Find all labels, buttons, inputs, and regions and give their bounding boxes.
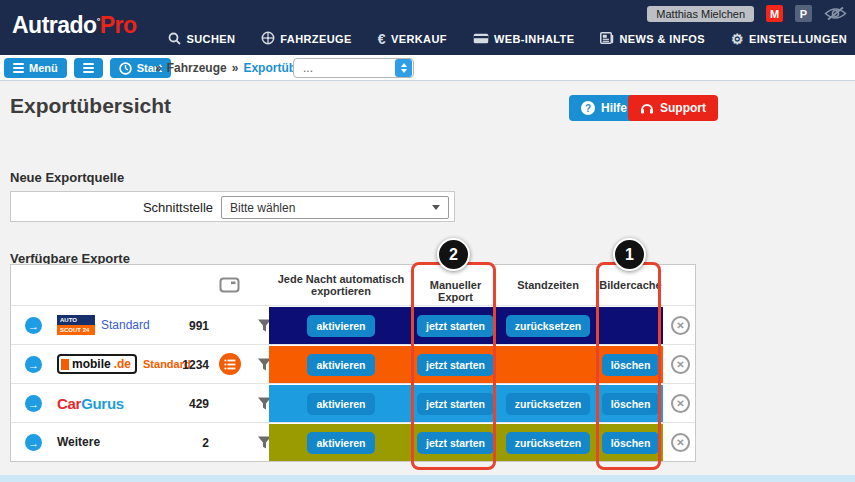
mobilede-logo-name: mobile bbox=[72, 357, 111, 371]
list-icon bbox=[83, 61, 94, 75]
main-nav: SUCHEN FAHRZEUGE € VERKAUF WEB-INHALTE N… bbox=[168, 31, 847, 47]
zuruecksetzen-button[interactable]: zurücksetzen bbox=[506, 432, 591, 454]
hamburger-icon bbox=[13, 61, 24, 75]
close-icon[interactable]: ✕ bbox=[671, 316, 690, 335]
mobilede-logo-block bbox=[61, 359, 69, 370]
stepper-icon bbox=[395, 59, 412, 77]
loeschen-button[interactable]: löschen bbox=[602, 393, 660, 415]
gear-icon: ⚙ bbox=[731, 32, 744, 46]
question-icon: ? bbox=[581, 101, 595, 115]
zuruecksetzen-button[interactable]: zurücksetzen bbox=[506, 315, 591, 337]
table-row-weitere: → Weitere 2 aktivieren jetzt starten zur… bbox=[11, 422, 695, 461]
close-icon[interactable]: ✕ bbox=[671, 394, 690, 413]
breadcrumb-sep: » bbox=[232, 61, 239, 75]
vehicle-count: 991 bbox=[159, 319, 209, 333]
vehicle-count: 429 bbox=[159, 397, 209, 411]
nav-web-inhalte[interactable]: WEB-INHALTE bbox=[473, 31, 575, 47]
open-arrow-icon[interactable]: → bbox=[25, 356, 42, 373]
schnittstelle-select[interactable]: Bitte wählen bbox=[221, 196, 449, 219]
newspaper-icon bbox=[600, 32, 614, 46]
row-color-stripe: aktivieren jetzt starten zurücksetzen lö… bbox=[269, 424, 663, 461]
quick-nav-select[interactable]: ... bbox=[293, 58, 414, 78]
badge-m[interactable]: M bbox=[766, 5, 783, 22]
toolbar-buttons: Menü Start bbox=[4, 58, 171, 78]
zuruecksetzen-button[interactable]: zurücksetzen bbox=[506, 393, 591, 415]
schnittstelle-select-value: Bitte wählen bbox=[222, 201, 432, 215]
nav-verkauf-label: VERKAUF bbox=[391, 33, 447, 45]
aktivieren-button[interactable]: aktivieren bbox=[307, 432, 374, 454]
exportuebersicht-screen: Autrado°Pro Matthias Mielchen M P SUCHEN… bbox=[0, 0, 855, 482]
exports-table: Jede Nacht automatisch exportieren Manue… bbox=[10, 264, 696, 462]
search-icon bbox=[168, 32, 181, 47]
open-arrow-icon[interactable]: → bbox=[25, 395, 42, 412]
loeschen-button[interactable]: löschen bbox=[602, 354, 660, 376]
menu-button[interactable]: Menü bbox=[4, 58, 67, 78]
quick-nav-select-value: ... bbox=[294, 61, 395, 75]
aktivieren-button[interactable]: aktivieren bbox=[307, 393, 374, 415]
row-color-stripe: aktivieren jetzt starten löschen bbox=[269, 346, 663, 383]
jetzt-starten-button[interactable]: jetzt starten bbox=[417, 393, 494, 415]
wheel-icon bbox=[261, 31, 275, 47]
euro-icon: € bbox=[378, 32, 386, 46]
topbar: Autrado°Pro Matthias Mielchen M P SUCHEN… bbox=[0, 0, 855, 55]
nav-fahrzeuge[interactable]: FAHRZEUGE bbox=[261, 31, 351, 47]
page-title: Exportübersicht bbox=[10, 94, 171, 118]
autoscout24-logo-top: AUTO bbox=[57, 315, 95, 325]
nav-suchen-label: SUCHEN bbox=[186, 33, 235, 45]
jetzt-starten-button[interactable]: jetzt starten bbox=[417, 432, 494, 454]
nav-suchen[interactable]: SUCHEN bbox=[168, 31, 235, 47]
nav-verkauf[interactable]: € VERKAUF bbox=[378, 31, 447, 47]
open-arrow-icon[interactable]: → bbox=[25, 317, 42, 334]
clock-icon bbox=[119, 62, 132, 75]
weitere-label: Weitere bbox=[57, 435, 100, 449]
col-header-standzeiten: Standzeiten bbox=[498, 279, 598, 291]
support-button[interactable]: Support bbox=[628, 95, 718, 121]
close-icon[interactable]: ✕ bbox=[671, 355, 690, 374]
table-row-cargurus: → CarGurus 429 aktivieren jetzt starten … bbox=[11, 383, 695, 422]
nav-web-inhalte-label: WEB-INHALTE bbox=[494, 33, 575, 45]
variant-label: Standard bbox=[101, 318, 150, 332]
aktivieren-button[interactable]: aktivieren bbox=[307, 354, 374, 376]
aktivieren-button[interactable]: aktivieren bbox=[307, 315, 374, 337]
headset-icon bbox=[640, 102, 654, 114]
cargurus-logo-car: Car bbox=[57, 395, 81, 412]
image-cache-column-icon bbox=[211, 276, 247, 296]
nav-news-infos-label: NEWS & INFOS bbox=[619, 33, 704, 45]
logo-suffix: Pro bbox=[100, 12, 137, 38]
menu-button-label: Menü bbox=[29, 62, 58, 74]
orange-list-icon[interactable] bbox=[219, 353, 241, 375]
bottom-stripe bbox=[0, 475, 855, 482]
hilfe-button-label: Hilfe bbox=[601, 101, 627, 115]
jetzt-starten-button[interactable]: jetzt starten bbox=[417, 354, 494, 376]
nav-einstellungen-label: EINSTELLUNGEN bbox=[749, 33, 847, 45]
jetzt-starten-button[interactable]: jetzt starten bbox=[417, 315, 494, 337]
open-arrow-icon[interactable]: → bbox=[25, 434, 42, 451]
loeschen-button[interactable]: löschen bbox=[602, 432, 660, 454]
card-icon bbox=[473, 33, 489, 46]
cargurus-logo-gurus: Gurus bbox=[81, 395, 124, 412]
nav-news-infos[interactable]: NEWS & INFOS bbox=[600, 31, 704, 47]
row-color-stripe: aktivieren jetzt starten zurücksetzen lö… bbox=[269, 385, 663, 422]
vehicle-count: 1234 bbox=[159, 358, 209, 372]
breadcrumb-fahrzeuge[interactable]: Fahrzeuge bbox=[167, 61, 227, 75]
support-button-label: Support bbox=[660, 101, 706, 115]
breadcrumb-sep: » bbox=[155, 61, 162, 75]
app-logo[interactable]: Autrado°Pro bbox=[12, 12, 137, 39]
mobilede-logo-tld: .de bbox=[114, 357, 131, 371]
logo-main: Autrado bbox=[12, 12, 97, 38]
eye-slash-icon[interactable] bbox=[824, 6, 847, 21]
exports-table-header: Jede Nacht automatisch exportieren Manue… bbox=[11, 265, 695, 305]
col-header-manueller-export: Manueller Export bbox=[413, 279, 498, 303]
user-name-badge[interactable]: Matthias Mielchen bbox=[647, 6, 754, 22]
new-export-heading: Neue Exportquelle bbox=[10, 170, 124, 185]
toolbar: Menü Start » Fahrzeuge » Exportübersicht… bbox=[0, 55, 855, 81]
close-icon[interactable]: ✕ bbox=[671, 433, 690, 452]
col-header-auto-export: Jede Nacht automatisch exportieren bbox=[269, 273, 413, 297]
badge-p[interactable]: P bbox=[795, 5, 812, 22]
vehicle-count: 2 bbox=[159, 436, 209, 450]
table-row-autoscout24: → AUTOSCOUT 24 Standard 991 aktivieren j… bbox=[11, 305, 695, 344]
user-strip: Matthias Mielchen M P bbox=[647, 5, 847, 22]
list-view-button[interactable] bbox=[74, 58, 103, 78]
col-header-bildercache: Bildercache bbox=[598, 279, 663, 291]
nav-einstellungen[interactable]: ⚙ EINSTELLUNGEN bbox=[731, 31, 847, 47]
